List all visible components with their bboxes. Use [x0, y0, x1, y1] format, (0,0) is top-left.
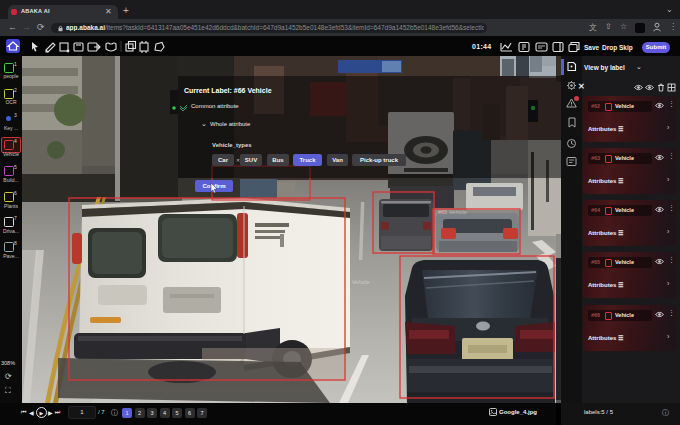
svg-text:#65: #65	[438, 209, 447, 215]
svg-text:Vehicle: Vehicle	[449, 209, 467, 215]
svg-text:Vehicle: Vehicle	[352, 279, 370, 285]
